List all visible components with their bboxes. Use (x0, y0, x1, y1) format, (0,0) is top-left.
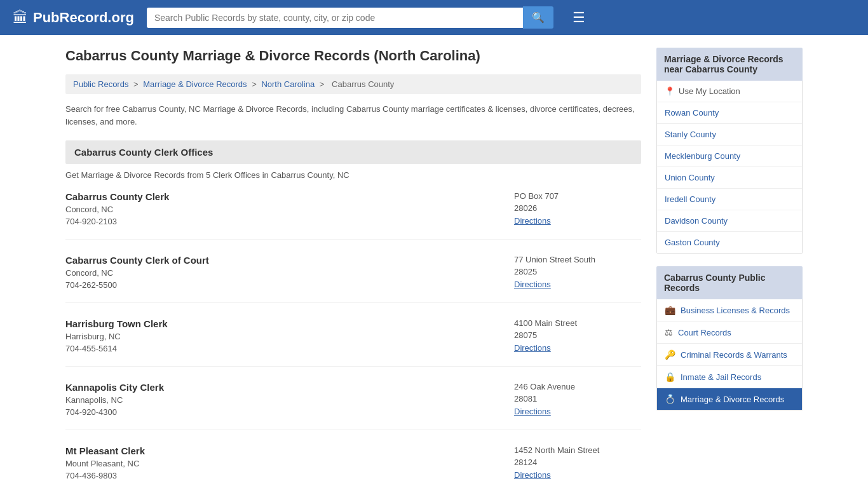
clerk-city: Concord, NC (65, 268, 514, 278)
clerk-zip: 28075 (514, 330, 641, 340)
directions-link[interactable]: Directions (514, 470, 551, 480)
record-icon: 💍 (665, 394, 675, 404)
menu-icon[interactable]: ☰ (573, 10, 585, 26)
page-title: Cabarrus County Marriage & Divorce Recor… (65, 48, 641, 64)
record-icon: 💼 (665, 305, 675, 315)
public-records-section: Cabarrus County Public Records 💼 Busines… (656, 266, 803, 410)
clerk-phone: 704-920-4300 (65, 407, 514, 417)
table-row: Harrisburg Town Clerk Harrisburg, NC 704… (65, 318, 641, 367)
breadcrumb-marriage-records[interactable]: Marriage & Divorce Records (143, 79, 247, 89)
clerk-address-area: 246 Oak Avenue 28081 Directions (514, 382, 641, 417)
clerk-address: 246 Oak Avenue (514, 382, 641, 391)
breadcrumb-cabarrus-county: Cabarrus County (332, 79, 394, 89)
clerk-name: Kannapolis City Clerk (65, 382, 514, 393)
clerk-city: Kannapolis, NC (65, 395, 514, 405)
nearby-header: Marriage & Divorce Records near Cabarrus… (656, 48, 803, 81)
records-list: 💼 Business Licenses & Records ⚖ Court Re… (656, 299, 803, 410)
breadcrumb-sep-3: > (320, 79, 327, 89)
clerk-zip: 28124 (514, 458, 641, 467)
list-item[interactable]: Davidson County (657, 210, 802, 232)
content-area: Cabarrus County Marriage & Divorce Recor… (65, 48, 641, 488)
breadcrumb: Public Records > Marriage & Divorce Reco… (65, 74, 641, 94)
record-label: Criminal Records & Warrants (681, 350, 787, 360)
breadcrumb-public-records[interactable]: Public Records (73, 79, 128, 89)
directions-link[interactable]: Directions (514, 280, 551, 289)
clerk-address: 77 Union Street South (514, 255, 641, 264)
clerk-zip: 28081 (514, 394, 641, 403)
record-label: Court Records (678, 328, 731, 337)
list-item[interactable]: Union County (657, 167, 802, 189)
table-row: Cabarrus County Clerk of Court Concord, … (65, 255, 641, 303)
logo-link[interactable]: 🏛 PubRecord.org (13, 9, 134, 27)
clerk-info: Harrisburg Town Clerk Harrisburg, NC 704… (65, 318, 514, 353)
clerk-phone: 704-262-5500 (65, 280, 514, 290)
site-header: 🏛 PubRecord.org 🔍 ☰ (0, 0, 868, 35)
clerk-city: Concord, NC (65, 205, 514, 214)
search-bar: 🔍 (147, 6, 553, 29)
clerk-address: 1452 North Main Street (514, 445, 641, 455)
list-item[interactable]: 🔒 Inmate & Jail Records (657, 366, 802, 388)
nearby-list: 📍 Use My Location Rowan CountyStanly Cou… (656, 81, 803, 254)
search-input[interactable] (147, 8, 523, 28)
record-label: Marriage & Divorce Records (681, 395, 784, 404)
record-icon: ⚖ (665, 327, 673, 337)
search-icon: 🔍 (532, 12, 545, 23)
record-icon: 🔒 (665, 372, 675, 382)
location-icon: 📍 (665, 86, 675, 96)
directions-link[interactable]: Directions (514, 407, 551, 416)
record-label: Inmate & Jail Records (681, 372, 761, 382)
list-item[interactable]: 💍 Marriage & Divorce Records (657, 388, 802, 410)
clerk-name: Mt Pleasant Clerk (65, 445, 514, 456)
clerk-name: Cabarrus County Clerk (65, 191, 514, 202)
records-header: Cabarrus County Public Records (656, 266, 803, 299)
clerk-address: 4100 Main Street (514, 318, 641, 328)
clerk-address-area: PO Box 707 28026 Directions (514, 191, 641, 226)
table-row: Mt Pleasant Clerk Mount Pleasant, NC 704… (65, 445, 641, 488)
sidebar: Marriage & Divorce Records near Cabarrus… (656, 48, 803, 488)
clerk-name: Harrisburg Town Clerk (65, 318, 514, 329)
clerk-info: Cabarrus County Clerk Concord, NC 704-92… (65, 191, 514, 226)
logo-text: PubRecord.org (33, 10, 134, 26)
clerk-list: Cabarrus County Clerk Concord, NC 704-92… (65, 191, 641, 488)
breadcrumb-north-carolina[interactable]: North Carolina (261, 79, 315, 89)
list-item[interactable]: Mecklenburg County (657, 146, 802, 167)
clerk-name: Cabarrus County Clerk of Court (65, 255, 514, 266)
list-item[interactable]: Stanly County (657, 124, 802, 146)
list-item[interactable]: 💼 Business Licenses & Records (657, 299, 802, 322)
clerk-phone: 704-455-5614 (65, 344, 514, 353)
clerk-city: Mount Pleasant, NC (65, 459, 514, 468)
nearby-counties: Rowan CountyStanly CountyMecklenburg Cou… (657, 102, 802, 253)
page-description: Search for free Cabarrus County, NC Marr… (65, 103, 641, 128)
breadcrumb-sep-1: > (133, 79, 140, 89)
list-item[interactable]: ⚖ Court Records (657, 322, 802, 344)
clerk-phone: 704-436-9803 (65, 471, 514, 480)
nearby-section: Marriage & Divorce Records near Cabarrus… (656, 48, 803, 254)
clerk-zip: 28026 (514, 203, 641, 213)
list-item[interactable]: 🔑 Criminal Records & Warrants (657, 344, 802, 366)
building-icon: 🏛 (13, 9, 28, 27)
section-description: Get Marriage & Divorce Records from 5 Cl… (65, 170, 641, 180)
clerk-info: Mt Pleasant Clerk Mount Pleasant, NC 704… (65, 445, 514, 480)
main-container: Cabarrus County Marriage & Divorce Recor… (53, 35, 815, 488)
record-label: Business Licenses & Records (681, 306, 790, 315)
clerk-address: PO Box 707 (514, 191, 641, 201)
record-icon: 🔑 (665, 349, 675, 360)
breadcrumb-sep-2: > (252, 79, 259, 89)
list-item[interactable]: Rowan County (657, 102, 802, 124)
list-item[interactable]: Iredell County (657, 189, 802, 210)
directions-link[interactable]: Directions (514, 216, 551, 226)
use-my-location[interactable]: 📍 Use My Location (657, 81, 802, 102)
directions-link[interactable]: Directions (514, 343, 551, 353)
clerk-address-area: 1452 North Main Street 28124 Directions (514, 445, 641, 480)
search-button[interactable]: 🔍 (523, 6, 553, 29)
list-item[interactable]: Gaston County (657, 232, 802, 253)
clerk-city: Harrisburg, NC (65, 332, 514, 341)
section-header: Cabarrus County Clerk Offices (65, 140, 641, 164)
clerk-info: Kannapolis City Clerk Kannapolis, NC 704… (65, 382, 514, 417)
table-row: Cabarrus County Clerk Concord, NC 704-92… (65, 191, 641, 240)
clerk-address-area: 4100 Main Street 28075 Directions (514, 318, 641, 353)
use-my-location-label: Use My Location (679, 86, 740, 96)
clerk-zip: 28025 (514, 267, 641, 276)
clerk-info: Cabarrus County Clerk of Court Concord, … (65, 255, 514, 290)
clerk-phone: 704-920-2103 (65, 217, 514, 226)
